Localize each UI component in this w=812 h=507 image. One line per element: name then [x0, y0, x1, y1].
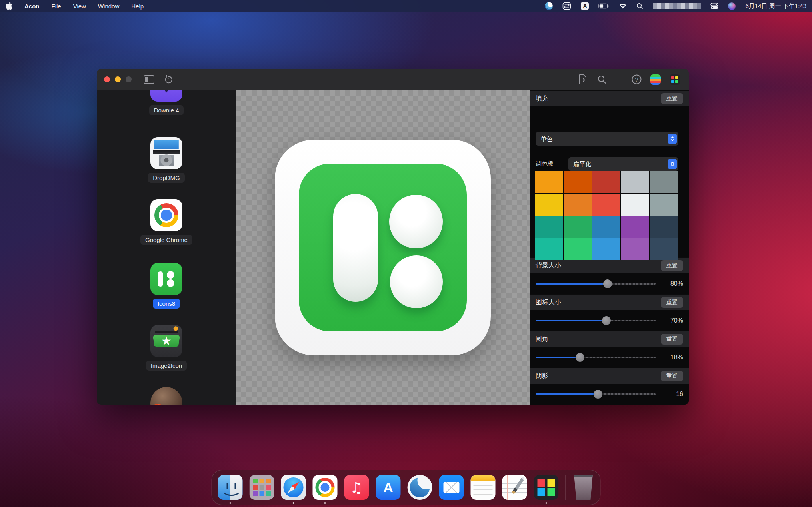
dock-item-mail[interactable]	[439, 475, 464, 500]
dock-item-trash[interactable]	[573, 475, 594, 500]
surge-dock-icon[interactable]	[408, 475, 432, 500]
switch-box-icon[interactable]	[562, 2, 571, 10]
appstore-dock-icon[interactable]	[376, 475, 401, 500]
sidebar-item-dropdmg[interactable]: DropDMG	[97, 137, 236, 183]
dock-divider	[566, 475, 566, 500]
menu-view[interactable]: View	[73, 3, 86, 10]
zoom-button[interactable]	[126, 76, 132, 82]
swatch-16a085[interactable]	[535, 216, 563, 238]
dock-item-music[interactable]	[344, 475, 369, 500]
swatch-e67e22[interactable]	[564, 194, 592, 216]
image2icon-app-icon[interactable]	[150, 325, 182, 357]
dock-item-safari[interactable]	[281, 475, 306, 500]
swatch-e74c3c[interactable]	[592, 194, 620, 216]
swatch-c0392b[interactable]	[592, 171, 620, 193]
safari-dock-icon[interactable]	[281, 475, 306, 500]
sidebar-item-basketball[interactable]	[97, 387, 236, 405]
palette-select[interactable]: 扁平化	[568, 157, 678, 171]
mail-dock-icon[interactable]	[439, 475, 464, 500]
sidebar-toggle-icon[interactable]	[142, 74, 156, 86]
swatch-95a5a6[interactable]	[650, 194, 678, 216]
menu-bar: Acon File View Window Help A 6月14日 周一 下午…	[0, 0, 812, 12]
fill-reset-button[interactable]: 重置	[661, 93, 683, 104]
swatch-3498db[interactable]	[592, 238, 620, 260]
notes-dock-icon[interactable]	[471, 475, 496, 500]
window-titlebar[interactable]: ?	[97, 69, 689, 90]
icon-size-slider[interactable]	[536, 320, 656, 321]
menu-app-name[interactable]: Acon	[24, 3, 40, 10]
sidebar-item-icons8[interactable]: Icons8	[97, 263, 236, 309]
swatch-bdc3c7[interactable]	[621, 171, 649, 193]
surge-status-icon[interactable]	[545, 2, 553, 10]
swatch-d35400[interactable]	[564, 171, 592, 193]
shadow-reset-button[interactable]: 重置	[661, 371, 683, 381]
apple-menu-icon[interactable]	[6, 2, 12, 11]
export-icon[interactable]	[576, 74, 590, 86]
menu-help[interactable]: Help	[131, 3, 144, 10]
input-source-a-icon[interactable]: A	[581, 2, 589, 10]
control-center-icon[interactable]	[710, 2, 718, 10]
sidebar-item-downie[interactable]: Downie 4	[97, 90, 236, 115]
menubar-datetime[interactable]: 6月14日 周一 下午1:43	[745, 2, 806, 10]
icons8-app-icon[interactable]	[150, 263, 182, 295]
dock-item-appstore[interactable]	[376, 475, 401, 500]
background-size-reset-button[interactable]: 重置	[661, 260, 683, 271]
textedit-dock-icon[interactable]	[502, 475, 527, 500]
launchpad-dock-icon[interactable]	[250, 475, 274, 500]
spotlight-icon[interactable]	[636, 3, 643, 10]
shadow-slider-thumb[interactable]	[594, 390, 602, 399]
icon-size-slider-thumb[interactable]	[602, 316, 611, 325]
search-icon[interactable]	[595, 74, 609, 86]
dock-item-textedit[interactable]	[502, 475, 527, 500]
swatch-9b59b6[interactable]	[621, 238, 649, 260]
dock-item-icons8[interactable]	[534, 475, 559, 500]
fill-mode-select[interactable]: 单色	[536, 132, 678, 146]
sidebar-item-chrome[interactable]: Google Chrome	[97, 199, 236, 245]
dock-item-chrome[interactable]	[313, 475, 338, 500]
chrome-app-icon[interactable]	[150, 199, 182, 231]
swatch-2980b9[interactable]	[592, 216, 620, 238]
menu-window[interactable]: Window	[98, 3, 119, 10]
dropdmg-app-icon[interactable]	[150, 137, 182, 169]
swatch-27ae60[interactable]	[564, 216, 592, 238]
swatch-f1c40f[interactable]	[535, 194, 563, 216]
shadow-slider[interactable]	[536, 393, 656, 395]
wifi-icon[interactable]	[619, 3, 627, 9]
dock-item-notes[interactable]	[471, 475, 496, 500]
icons8-dock-icon[interactable]	[534, 475, 559, 500]
minimize-button[interactable]	[115, 76, 121, 82]
swatch-1abc9c[interactable]	[535, 238, 563, 260]
close-button[interactable]	[104, 76, 110, 82]
siri-icon[interactable]	[728, 2, 736, 10]
corner-radius-slider-thumb[interactable]	[576, 353, 584, 362]
swatch-7f8c8d[interactable]	[650, 171, 678, 193]
apps-grid-icon[interactable]	[668, 74, 682, 86]
corner-radius-reset-button[interactable]: 重置	[661, 334, 683, 345]
finder-dock-icon[interactable]	[218, 475, 243, 500]
sidebar-item-image2icon[interactable]: Image2Icon	[97, 325, 236, 371]
corner-radius-slider[interactable]	[536, 357, 656, 358]
swatch-34495e[interactable]	[650, 238, 678, 260]
basketball-app-icon[interactable]	[150, 387, 182, 405]
battery-icon[interactable]	[598, 3, 609, 9]
swatch-2c3e50[interactable]	[650, 216, 678, 238]
background-size-slider-thumb[interactable]	[603, 279, 612, 288]
background-size-slider[interactable]	[536, 283, 656, 285]
dock-item-surge[interactable]	[408, 475, 432, 500]
trash-dock-icon[interactable]	[573, 475, 594, 500]
dock-item-finder[interactable]	[218, 475, 243, 500]
chrome-dock-icon[interactable]	[313, 475, 338, 500]
downie-app-icon[interactable]	[150, 90, 182, 102]
reset-rotate-icon[interactable]	[161, 74, 175, 86]
swatch-ecf0f1[interactable]	[621, 194, 649, 216]
palette-stripes-icon[interactable]	[649, 74, 662, 86]
menu-file[interactable]: File	[52, 3, 61, 10]
swatch-8e44ad[interactable]	[621, 216, 649, 238]
help-icon[interactable]: ?	[630, 74, 643, 86]
music-dock-icon[interactable]	[344, 475, 369, 500]
swatch-2ecc71[interactable]	[564, 238, 592, 260]
icon-size-reset-button[interactable]: 重置	[661, 297, 683, 308]
app-sidebar: Downie 4DropDMGGoogle ChromeIcons8Image2…	[97, 90, 236, 405]
dock-item-launchpad[interactable]	[250, 475, 274, 500]
swatch-f39c12[interactable]	[535, 171, 563, 193]
